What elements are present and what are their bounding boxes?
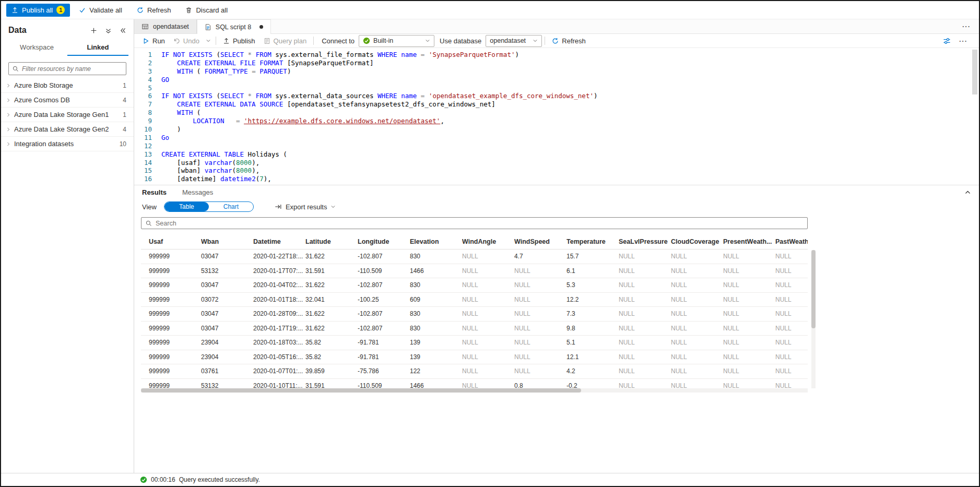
refresh-button[interactable]: Refresh [131,3,177,17]
discard-all-label: Discard all [196,6,228,14]
column-header-cloudcoverage[interactable]: CloudCoverage [671,238,723,245]
column-header-datetime[interactable]: Datetime [253,238,305,245]
table-cell: NULL [462,325,514,332]
undo-label: Undo [183,37,199,45]
table-cell: NULL [671,339,723,346]
table-row[interactable]: 999999030472020-01-28T09:...31.622-102.8… [141,307,808,322]
validate-all-button[interactable]: Validate all [73,3,128,17]
table-cell: NULL [671,310,723,317]
top-command-bar: Publish all 1 Validate all Refresh Disca… [1,1,979,19]
tab-workspace[interactable]: Workspace [6,39,67,56]
table-row[interactable]: 999999030472020-01-04T02:...31.622-102.8… [141,278,808,293]
column-header-windspeed[interactable]: WindSpeed [514,238,566,245]
table-cell: 830 [410,253,462,260]
sidebar-title: Data [8,26,82,35]
table-cell: 999999 [149,296,201,303]
table-cell: 35.82 [305,353,358,361]
table-row[interactable]: 999999239042020-01-05T16:...35.82-91.781… [141,350,808,365]
collapse-results-chevron-up-icon[interactable] [964,189,971,196]
run-button[interactable]: Run [138,34,169,47]
sidebar-item-integration-datasets[interactable]: Integration datasets10 [1,137,134,151]
table-cell: 32.041 [305,296,358,303]
use-database-dropdown[interactable]: opendataset [486,35,542,47]
table-cell: 999999 [149,281,201,289]
sidebar-item-label: Integration datasets [14,140,74,148]
table-cell: NULL [619,267,671,275]
query-plan-icon [264,38,270,44]
table-cell: -91.781 [358,353,410,361]
refresh-database-button[interactable]: Refresh [548,34,590,47]
checkmark-icon [79,7,86,14]
table-row[interactable]: 999999531322020-01-17T07:...31.591-110.5… [141,264,808,279]
success-check-icon [140,476,147,483]
table-cell: 830 [410,281,462,289]
sidebar-item-azure-data-lake-storage-gen2[interactable]: Azure Data Lake Storage Gen24 [1,122,134,137]
validate-all-label: Validate all [89,6,122,14]
results-search-input[interactable] [156,220,803,227]
tab-opendataset[interactable]: opendataset [134,19,197,33]
add-icon[interactable] [90,27,97,34]
table-row[interactable]: 999999030472020-01-22T18:...31.622-102.8… [141,250,808,264]
table-row[interactable]: 999999030722020-01-01T18:...32.041-100.2… [141,293,808,307]
code-text: IF NOT EXISTS (SELECT * FROM sys.externa… [152,92,597,100]
more-tabs-ellipsis-icon[interactable]: ··· [962,22,979,30]
discard-all-button[interactable]: Discard all [180,3,233,17]
filter-input[interactable] [22,65,122,73]
sidebar-item-azure-blob-storage[interactable]: Azure Blob Storage1 [1,78,134,93]
column-header-usaf[interactable]: Usaf [149,238,201,245]
editor-scrollbar[interactable] [972,50,977,94]
sql-editor[interactable]: 1IF NOT EXISTS (SELECT * FROM sys.extern… [134,48,979,185]
table-cell: -100.25 [358,296,410,303]
scrollbar-thumb[interactable] [811,250,816,328]
undo-dropdown-chevron-icon[interactable] [204,38,213,43]
code-text: [usaf] varchar(8000), [152,159,259,167]
export-results-button[interactable]: Export results [275,203,336,211]
table-cell: 5.1 [566,339,619,346]
sidebar-item-azure-cosmos-db[interactable]: Azure Cosmos DB4 [1,93,134,108]
table-cell: 999999 [149,325,201,332]
column-header-longitude[interactable]: Longitude [358,238,410,245]
more-actions-ellipsis-icon[interactable]: ··· [959,37,967,45]
column-header-windangle[interactable]: WindAngle [462,238,514,245]
collapse-all-icon[interactable] [105,27,112,34]
publish-icon [223,38,230,44]
table-row[interactable]: 999999239042020-01-18T03:...35.82-91.781… [141,336,808,350]
query-plan-button[interactable]: Query plan [259,34,311,47]
sidebar-header: Data [1,19,134,37]
results-table-header: UsafWbanDatetimeLatitudeLongitudeElevati… [141,234,808,250]
tab-results[interactable]: Results [142,188,167,196]
column-header-latitude[interactable]: Latitude [305,238,358,245]
grid-horizontal-scrollbar[interactable] [141,388,808,393]
table-row[interactable]: 999999030472020-01-17T19:...31.622-102.8… [141,322,808,336]
column-header-sealvlpressure[interactable]: SeaLvlPressure [619,238,671,245]
column-header-temperature[interactable]: Temperature [566,238,619,245]
view-toggle-chart[interactable]: Chart [209,202,253,211]
connect-to-dropdown[interactable]: Built-in [359,35,434,47]
column-header-pastweathe[interactable]: PastWeathe [775,238,808,245]
column-header-elevation[interactable]: Elevation [410,238,462,245]
table-cell: NULL [514,325,566,332]
column-header-presentweath[interactable]: PresentWeath... [723,238,775,245]
table-row[interactable]: 999999037612020-01-07T01:...39.859-75.78… [141,364,808,379]
sidebar-item-azure-data-lake-storage-gen1[interactable]: Azure Data Lake Storage Gen11 [1,108,134,122]
undo-button[interactable]: Undo [169,34,204,47]
view-toggle-table[interactable]: Table [164,202,209,211]
table-cell: NULL [723,353,775,361]
table-cell: NULL [671,267,723,275]
tab-messages[interactable]: Messages [182,188,213,196]
table-cell: 7.3 [566,310,619,317]
tab-linked[interactable]: Linked [67,39,128,56]
collapse-panel-icon[interactable] [120,27,126,34]
editor-settings-sliders-icon[interactable] [943,37,951,45]
scrollbar-thumb[interactable] [141,388,581,393]
data-sidebar: Data Workspace Linked [1,19,134,473]
line-number: 6 [134,92,152,100]
grid-vertical-scrollbar[interactable] [811,250,816,388]
tab-sql-script-8[interactable]: SQL script 8 [197,19,271,34]
table-cell: 23904 [201,339,253,346]
publish-script-button[interactable]: Publish [219,34,259,47]
table-cell: -102.807 [358,281,410,289]
table-cell: 53132 [201,267,253,275]
column-header-wban[interactable]: Wban [201,238,253,245]
publish-all-button[interactable]: Publish all 1 [6,4,70,17]
